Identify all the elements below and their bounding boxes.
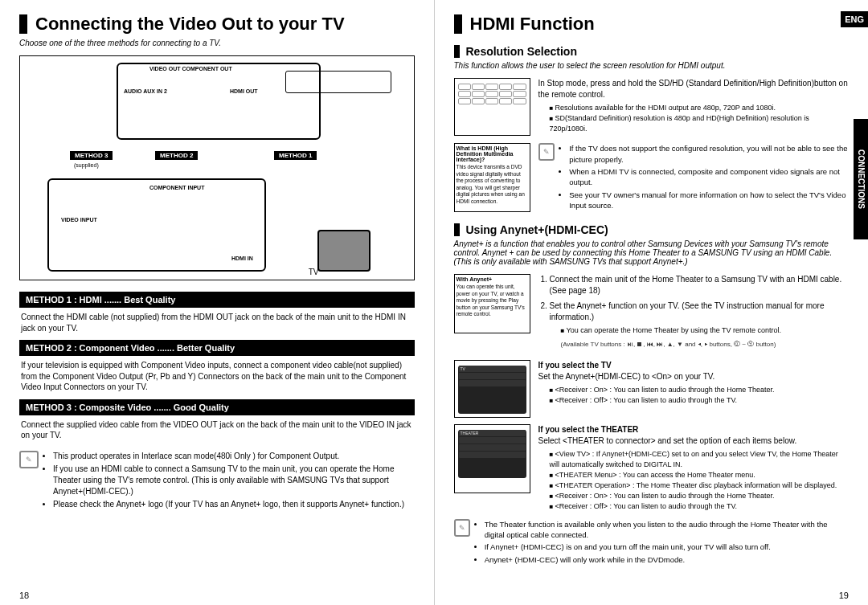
note-icon: ✎ xyxy=(19,451,39,468)
port-comp-in: COMPONENT INPUT xyxy=(149,185,205,190)
left-intro: Choose one of the three methods for conn… xyxy=(19,39,415,47)
port-hdmi-out: HDMI OUT xyxy=(229,88,259,94)
left-note-1: This product operates in Interlace scan … xyxy=(53,451,415,462)
method1-label: METHOD 1 xyxy=(274,151,317,160)
lang-tag: ENG xyxy=(841,11,868,27)
tv-menu-figure: TV xyxy=(454,360,530,418)
th-opt-2: <THEATER Menu> : You can access the Home… xyxy=(550,470,850,480)
page-left: Connecting the Video Out to your TV Choo… xyxy=(0,0,435,605)
anynet-intro: Anynet+ is a function that enables you t… xyxy=(454,239,850,266)
tv-illustration xyxy=(317,230,371,272)
port-video-in: VIDEO INPUT xyxy=(60,217,98,223)
method1-head: METHOD 1 : HDMI ....... Best Quality xyxy=(19,292,415,308)
port-video-out: VIDEO OUT COMPONENT OUT xyxy=(149,66,233,72)
res-bullet-2: SD(Standard Definition) resolution is 48… xyxy=(550,113,850,134)
th-opt-1: <View TV> : If Anynet+(HDMI-CEC) set to … xyxy=(550,449,850,470)
th-opt-4: <Receiver : On> : You can listen to audi… xyxy=(550,491,850,501)
method2-head: METHOD 2 : Component Video ....... Bette… xyxy=(19,340,415,356)
if-theater-set: Select <THEATER to connector> and set th… xyxy=(538,435,850,447)
port-hdmi-in: HDMI IN xyxy=(231,255,254,261)
manual-spread: Connecting the Video Out to your TV Choo… xyxy=(0,0,868,605)
method2-label: METHOD 2 xyxy=(155,151,198,160)
method3-label: METHOD 3 xyxy=(70,151,113,160)
th-opt-3: <THEATER Operation> : The Home Theater d… xyxy=(550,480,850,491)
hdmi-what-box: What is HDMI (High Definition Multimedia… xyxy=(454,143,530,212)
anynet-head: Using Anynet+(HDMI-CEC) xyxy=(454,223,850,236)
remote-figure xyxy=(454,78,530,136)
th-opt-5: <Receiver : Off> : You can listen to aud… xyxy=(550,501,850,512)
tv-opt-2: <Receiver : Off> : You can listen to aud… xyxy=(550,395,850,406)
page-number-left: 18 xyxy=(19,591,29,600)
method3-body: Connect the supplied video cable from th… xyxy=(19,415,415,443)
method1-body: Connect the HDMI cable (not supplied) fr… xyxy=(19,308,415,335)
page-number-right: 19 xyxy=(839,591,849,600)
final-note-3: Anynet+ (HDMI-CEC) will only work while … xyxy=(485,554,849,565)
if-tv-set: Set the Anynet+(HDMI-CEC) to <On> on you… xyxy=(538,371,850,382)
if-theater-head: If you select the THEATER xyxy=(538,424,850,435)
with-anynet-box: With Anynet+ You can operate this unit, … xyxy=(454,274,530,333)
res-note-1: If the TV does not support the configure… xyxy=(569,143,849,165)
if-tv-head: If you select the TV xyxy=(538,360,850,371)
final-note-2: If Anynet+ (HDMI-CEC) is on and you turn… xyxy=(485,542,849,552)
any-step-2: Set the Anynet+ function on your TV. (Se… xyxy=(550,300,850,349)
theater-menu-figure: THEATER xyxy=(454,424,530,493)
left-note-3: Please check the Anynet+ logo (If your T… xyxy=(53,499,415,510)
section-tab: CONNECTIONS xyxy=(854,119,868,239)
final-note-1: The Theater function is available only w… xyxy=(485,519,849,541)
res-note-2: When a HDMI TV is connected, composite a… xyxy=(569,166,849,188)
resolution-intro: This function allows the user to select … xyxy=(454,61,850,70)
supplied-label: (supplied) xyxy=(73,162,100,168)
method2-body: If your television is equipped with Comp… xyxy=(19,356,415,394)
left-note-2: If you use an HDMI cable to connect a Sa… xyxy=(53,464,415,497)
page-right: ENG CONNECTIONS HDMI Function Resolution… xyxy=(435,0,869,605)
left-title: Connecting the Video Out to your TV xyxy=(19,14,415,34)
res-note-3: See your TV owner's manual for more info… xyxy=(569,190,849,211)
res-bullet-1: Resolutions available for the HDMI outpu… xyxy=(550,103,850,113)
right-title: HDMI Function xyxy=(454,14,850,34)
resolution-step: In Stop mode, press and hold the SD/HD (… xyxy=(538,78,850,100)
tv-opt-1: <Receiver : On> : You can listen to audi… xyxy=(550,385,850,395)
any-step-1: Connect the main unit of the Home Theate… xyxy=(550,274,850,296)
method3-head: METHOD 3 : Composite Video ....... Good … xyxy=(19,399,415,415)
left-notes: ✎ This product operates in Interlace sca… xyxy=(19,451,415,512)
resolution-head: Resolution Selection xyxy=(454,45,850,58)
connection-diagram: VIDEO OUT COMPONENT OUT AUDIO AUX IN 2 H… xyxy=(19,55,415,280)
tv-label: TV xyxy=(309,268,319,276)
port-audio: AUDIO AUX IN 2 xyxy=(123,88,168,94)
note-icon: ✎ xyxy=(538,143,555,161)
note-icon: ✎ xyxy=(454,519,470,537)
